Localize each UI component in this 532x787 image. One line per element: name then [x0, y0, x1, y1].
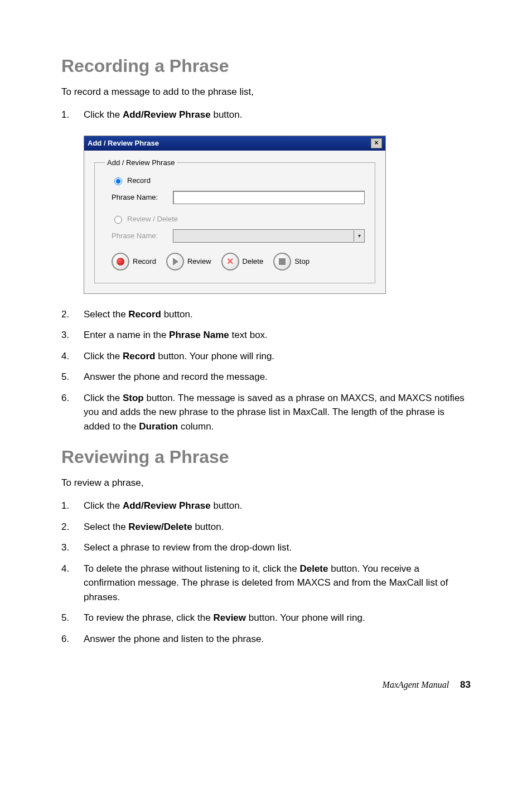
footer-book-title: MaxAgent Manual [383, 680, 449, 689]
step-text: Answer the phone and listen to the phras… [84, 632, 471, 646]
dialog-title: Add / Review Phrase [88, 139, 159, 147]
step-text: Select a phrase to review from the drop-… [84, 540, 471, 555]
record-button[interactable]: Record [112, 253, 156, 271]
step-number: 1. [61, 499, 84, 513]
step-text: Click the Record button. Your phone will… [84, 349, 471, 364]
step-text: To delete the phrase without listening t… [84, 562, 471, 605]
step-number: 2. [61, 520, 84, 534]
footer-page-number: 83 [460, 679, 471, 690]
phrase-name-input[interactable] [173, 191, 365, 204]
step-number: 3. [61, 328, 84, 342]
step-number: 4. [61, 349, 84, 364]
phrase-name-label: Phrase Name: [112, 193, 167, 201]
stop-button[interactable]: Stop [273, 253, 309, 271]
review-delete-radio-label: Review / Delete [127, 215, 178, 223]
stop-button-label: Stop [294, 257, 309, 265]
step-number: 1. [61, 108, 84, 122]
step-text: To review the phrase, click the Review b… [84, 611, 471, 625]
record-button-label: Record [133, 257, 156, 265]
record-radio[interactable] [114, 177, 122, 185]
step-text: Enter a name in the Phrase Name text box… [84, 328, 471, 342]
close-icon[interactable]: × [371, 138, 382, 148]
step-number: 5. [61, 611, 84, 625]
review-button-label: Review [187, 257, 211, 265]
step-text: Click the Add/Review Phrase button. [84, 499, 471, 513]
step-number: 2. [61, 307, 84, 322]
phrase-name-dropdown[interactable]: ▾ [173, 229, 365, 243]
step-number: 3. [61, 540, 84, 555]
review-button[interactable]: Review [166, 253, 211, 271]
chevron-down-icon: ▾ [354, 230, 364, 242]
step-number: 5. [61, 370, 84, 384]
step-text: Click the Add/Review Phrase button. [84, 108, 471, 122]
step-text: Select the Review/Delete button. [84, 520, 471, 534]
step-text: Select the Record button. [84, 307, 471, 322]
delete-icon: ✕ [221, 253, 239, 271]
intro-reviewing: To review a phrase, [61, 477, 471, 489]
step-text: Answer the phone and record the message. [84, 370, 471, 384]
heading-reviewing: Reviewing a Phrase [61, 447, 471, 467]
step-number: 6. [61, 632, 84, 646]
review-delete-radio[interactable] [114, 216, 122, 224]
step-text: Click the Stop button. The message is sa… [84, 391, 471, 434]
heading-recording: Recording a Phrase [61, 56, 471, 76]
intro-recording: To record a message to add to the phrase… [61, 86, 471, 98]
step-number: 6. [61, 391, 84, 434]
dialog-legend: Add / Review Phrase [105, 158, 177, 167]
stop-icon [273, 253, 291, 271]
phrase-name-label-2: Phrase Name: [112, 231, 167, 240]
record-radio-label: Record [127, 176, 151, 185]
add-review-phrase-dialog: Add / Review Phrase × Add / Review Phras… [84, 136, 386, 294]
play-icon [166, 253, 184, 271]
delete-button[interactable]: ✕ Delete [221, 253, 264, 271]
delete-button-label: Delete [243, 257, 264, 265]
page-footer: MaxAgent Manual 83 [61, 679, 471, 691]
record-icon [112, 253, 129, 271]
step-number: 4. [61, 562, 84, 605]
